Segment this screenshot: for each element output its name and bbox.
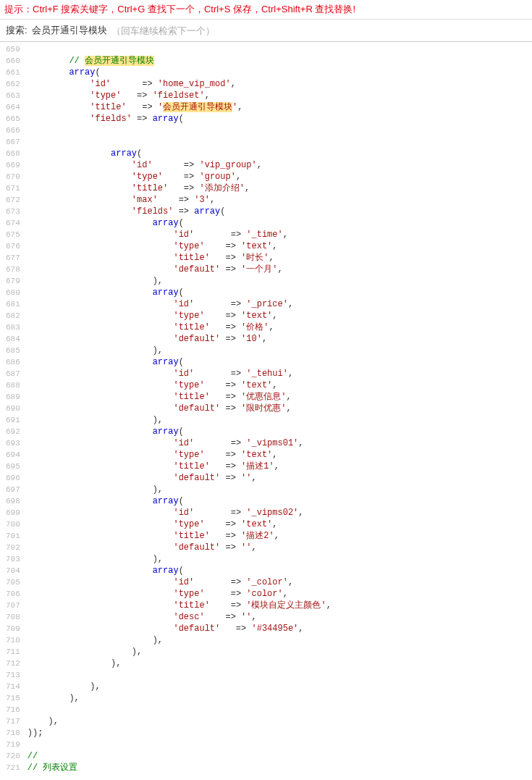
- code-editor[interactable]: 6596606616626636646656666676686696706716…: [0, 42, 532, 775]
- line-number: 683: [6, 322, 20, 333]
- code-line[interactable]: ),: [28, 553, 332, 565]
- code-content[interactable]: // 会员开通引导模块 array( 'id' => 'home_vip_mod…: [25, 42, 332, 775]
- code-line[interactable]: 'title' => '模块自定义主颜色',: [28, 600, 332, 611]
- code-line[interactable]: ),: [28, 681, 332, 692]
- code-line[interactable]: 'type' => 'text',: [28, 519, 332, 530]
- code-line[interactable]: 'type' => 'fieldset',: [28, 90, 332, 101]
- search-input[interactable]: [111, 25, 526, 36]
- code-line[interactable]: 'type' => 'group',: [28, 171, 332, 183]
- code-line[interactable]: array(: [28, 148, 332, 159]
- code-line[interactable]: 'type' => 'text',: [28, 310, 332, 322]
- code-line[interactable]: 'type' => 'color',: [28, 588, 332, 600]
- line-number: 685: [6, 345, 20, 356]
- line-number: 662: [6, 78, 20, 90]
- line-number: 681: [6, 298, 20, 310]
- line-number: 684: [6, 333, 20, 345]
- code-line[interactable]: ),: [28, 484, 332, 495]
- code-line[interactable]: 'fields' => array(: [28, 113, 332, 125]
- line-number: 713: [6, 669, 20, 681]
- code-line[interactable]: 'title' => '描述2',: [28, 530, 332, 542]
- code-line[interactable]: ),: [28, 345, 332, 356]
- code-line[interactable]: ),: [28, 634, 332, 646]
- code-line[interactable]: 'title' => '添加介绍',: [28, 183, 332, 194]
- code-line[interactable]: //: [28, 750, 332, 762]
- line-number: 686: [6, 356, 20, 368]
- code-line[interactable]: array(: [28, 217, 332, 229]
- code-line[interactable]: 'id' => '_color',: [28, 576, 332, 588]
- line-gutter: 6596606616626636646656666676686696706716…: [0, 42, 25, 775]
- code-line[interactable]: ),: [28, 658, 332, 669]
- code-line[interactable]: 'title' => '描述1',: [28, 461, 332, 472]
- code-line[interactable]: 'id' => 'vip_group',: [28, 159, 332, 171]
- line-number: 703: [6, 553, 20, 565]
- code-line[interactable]: 'id' => 'home_vip_mod',: [28, 78, 332, 90]
- code-line[interactable]: 'type' => 'text',: [28, 240, 332, 252]
- line-number: 674: [6, 217, 20, 229]
- code-line[interactable]: // 会员开通引导模块: [28, 55, 332, 67]
- code-line[interactable]: array(: [28, 495, 332, 507]
- code-line[interactable]: array(: [28, 287, 332, 298]
- line-number: 697: [6, 484, 20, 495]
- line-number: 672: [6, 194, 20, 206]
- code-line[interactable]: ),: [28, 414, 332, 426]
- line-number: 689: [6, 391, 20, 403]
- code-line[interactable]: 'default' => '限时优惠',: [28, 403, 332, 414]
- hint-text: 提示：Ctrl+F 搜索关键字，Ctrl+G 查找下一个，Ctrl+S 保存，C…: [4, 4, 355, 14]
- line-number: 707: [6, 600, 20, 611]
- line-number: 721: [6, 762, 20, 773]
- search-label: 搜索:: [6, 24, 28, 37]
- code-line[interactable]: array(: [28, 67, 332, 78]
- line-number: 711: [6, 646, 20, 658]
- code-line[interactable]: 'type' => 'text',: [28, 379, 332, 391]
- code-line[interactable]: 'desc' => '',: [28, 611, 332, 623]
- code-line[interactable]: 'default' => '#34495e',: [28, 623, 332, 634]
- code-line[interactable]: 'title' => '价格',: [28, 322, 332, 333]
- code-line[interactable]: 'id' => '_time',: [28, 229, 332, 240]
- code-line[interactable]: [28, 43, 332, 55]
- code-line[interactable]: ));: [28, 727, 332, 739]
- code-line[interactable]: 'default' => '一个月',: [28, 264, 332, 275]
- line-number: 699: [6, 507, 20, 519]
- line-number: 691: [6, 414, 20, 426]
- line-number: 668: [6, 148, 20, 159]
- code-line[interactable]: // 列表设置: [28, 762, 332, 773]
- code-line[interactable]: 'default' => '',: [28, 472, 332, 484]
- code-line[interactable]: 'default' => '10',: [28, 333, 332, 345]
- code-line[interactable]: 'max' => '3',: [28, 194, 332, 206]
- code-line[interactable]: 'id' => '_vipms02',: [28, 507, 332, 519]
- code-line[interactable]: ),: [28, 716, 332, 727]
- line-number: 680: [6, 287, 20, 298]
- search-bar: 搜索: 会员开通引导模块: [0, 20, 532, 42]
- code-line[interactable]: 'title' => '会员开通引导模块',: [28, 101, 332, 113]
- code-line[interactable]: [28, 136, 332, 148]
- code-line[interactable]: ),: [28, 275, 332, 287]
- code-line[interactable]: 'id' => '_vipms01',: [28, 437, 332, 449]
- line-number: 708: [6, 611, 20, 623]
- code-line[interactable]: [28, 125, 332, 136]
- code-line[interactable]: [28, 739, 332, 750]
- line-number: 675: [6, 229, 20, 240]
- line-number: 666: [6, 125, 20, 136]
- line-number: 698: [6, 495, 20, 507]
- code-line[interactable]: 'title' => '时长',: [28, 252, 332, 264]
- code-line[interactable]: 'id' => '_tehui',: [28, 368, 332, 379]
- code-line[interactable]: 'id' => '_price',: [28, 298, 332, 310]
- code-line[interactable]: 'type' => 'text',: [28, 449, 332, 461]
- line-number: 665: [6, 113, 20, 125]
- code-line[interactable]: 'fields' => array(: [28, 206, 332, 217]
- code-line[interactable]: ),: [28, 692, 332, 704]
- line-number: 702: [6, 542, 20, 553]
- code-line[interactable]: [28, 669, 332, 681]
- line-number: 709: [6, 623, 20, 634]
- line-number: 670: [6, 171, 20, 183]
- code-line[interactable]: array(: [28, 356, 332, 368]
- code-line[interactable]: [28, 704, 332, 716]
- code-line[interactable]: ),: [28, 646, 332, 658]
- line-number: 717: [6, 716, 20, 727]
- code-line[interactable]: 'title' => '优惠信息',: [28, 391, 332, 403]
- code-line[interactable]: array(: [28, 426, 332, 437]
- line-number: 718: [6, 727, 20, 739]
- line-number: 660: [6, 55, 20, 67]
- code-line[interactable]: 'default' => '',: [28, 542, 332, 553]
- code-line[interactable]: array(: [28, 565, 332, 576]
